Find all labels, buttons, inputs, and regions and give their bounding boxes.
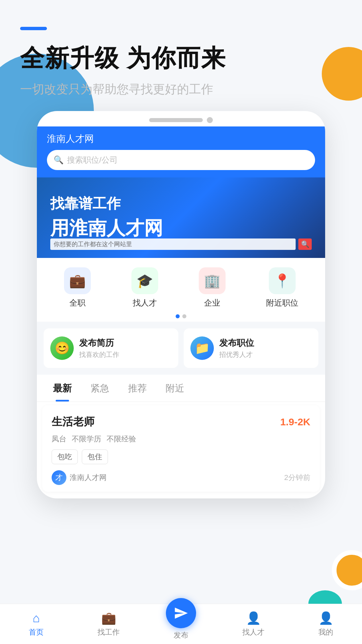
tab-active-indicator — [56, 400, 69, 401]
qiye-label: 企业 — [204, 298, 220, 308]
job-meta: 凤台 不限学历 不限经验 — [52, 434, 310, 444]
banner-search-btn[interactable]: 🔍 — [298, 238, 312, 250]
phone-camera — [207, 117, 213, 123]
app-brand-label: 淮南人才网 — [47, 132, 315, 145]
tab-fujin[interactable]: 附近 — [156, 375, 194, 401]
job-tag-housing: 包住 — [82, 449, 108, 464]
nav-find-job[interactable]: 💼 找工作 — [72, 611, 145, 637]
quanzhi-label: 全职 — [69, 298, 85, 308]
bottom-nav: ⌂ 首页 💼 找工作 发布 👤 找人才 👤 我的 — [0, 604, 362, 644]
nav-find-talent[interactable]: 👤 找人才 — [217, 611, 290, 637]
banner-line1: 找靠谱工作 — [50, 194, 325, 213]
zhaorencai-icon: 🎓 — [131, 267, 158, 294]
hero-title: 全新升级 为你而来 — [20, 42, 342, 74]
qiye-icon: 🏢 — [199, 267, 226, 294]
job-avatar: 📁 — [190, 336, 214, 360]
search-bar[interactable]: 🔍 搜索职位/公司 — [47, 150, 315, 170]
job-card[interactable]: 生活老师 1.9-2K 凤台 不限学历 不限经验 包吃 包住 才 淮南人才网 2… — [42, 405, 320, 492]
banner-image: 找靠谱工作 用淮南人才网 你想要的工作都在这个网站里 🔍 — [37, 177, 325, 258]
category-item-quanzhi[interactable]: 💼 全职 — [64, 267, 91, 308]
publish-button[interactable] — [166, 598, 196, 628]
company-logo: 才 — [52, 470, 66, 485]
tab-tuijian[interactable]: 推荐 — [119, 375, 156, 401]
banner-line2: 用淮南人才网 — [50, 216, 325, 241]
app-header: 淮南人才网 🔍 搜索职位/公司 — [37, 126, 325, 177]
job-education: 不限学历 — [72, 434, 101, 444]
phone-notch-bar — [37, 111, 325, 126]
job-pub-sub: 招优秀人才 — [219, 350, 254, 359]
fujin-icon: 📍 — [269, 267, 296, 294]
job-experience: 不限经验 — [107, 434, 136, 444]
phone-notch — [149, 118, 203, 122]
find-job-icon: 💼 — [101, 611, 116, 625]
banner-url: 你想要的工作都在这个网站里 — [50, 238, 296, 250]
quanzhi-icon: 💼 — [64, 267, 91, 294]
find-talent-label: 找人才 — [242, 627, 264, 637]
company-name: 淮南人才网 — [70, 473, 107, 483]
dash-decoration — [20, 27, 47, 30]
home-icon: ⌂ — [33, 611, 40, 625]
bg-decoration-orange-bottom — [332, 550, 362, 590]
fujin-label: 附近职位 — [266, 298, 298, 308]
category-item-zhaorencai[interactable]: 🎓 找人才 — [131, 267, 158, 308]
job-card-header: 生活老师 1.9-2K — [52, 415, 310, 429]
resume-sub: 找喜欢的工作 — [79, 350, 119, 359]
dot-2 — [182, 314, 186, 318]
tabs-row: 最新 紧急 推荐 附近 — [37, 375, 325, 402]
category-item-qiye[interactable]: 🏢 企业 — [199, 267, 226, 308]
company-info: 才 淮南人才网 — [52, 470, 107, 485]
publish-icon — [174, 606, 188, 621]
job-pub-title: 发布职位 — [219, 337, 254, 349]
home-label: 首页 — [29, 627, 44, 637]
dots-indicator — [44, 314, 318, 318]
mine-icon: 👤 — [318, 611, 334, 625]
job-location: 凤台 — [52, 434, 66, 444]
dot-1 — [176, 314, 180, 318]
job-footer: 才 淮南人才网 2分钟前 — [52, 470, 310, 485]
resume-info: 发布简历 找喜欢的工作 — [79, 337, 119, 359]
post-time: 2分钟前 — [284, 473, 310, 483]
job-tags: 包吃 包住 — [52, 449, 310, 464]
banner-bottom: 你想要的工作都在这个网站里 🔍 — [50, 238, 312, 250]
publish-job-card[interactable]: 📁 发布职位 招优秀人才 — [184, 328, 318, 368]
zhaorencai-label: 找人才 — [133, 298, 157, 308]
find-job-label: 找工作 — [98, 627, 120, 637]
job-info: 发布职位 招优秀人才 — [219, 337, 254, 359]
nav-publish[interactable]: 发布 — [145, 608, 217, 640]
search-icon: 🔍 — [54, 155, 64, 165]
job-tag-meal: 包吃 — [52, 449, 78, 464]
action-cards: 😊 发布简历 找喜欢的工作 📁 发布职位 招优秀人才 — [37, 322, 325, 375]
phone-mockup: 淮南人才网 🔍 搜索职位/公司 找靠谱工作 用淮南人才网 你想要的工作都在这个网… — [37, 111, 325, 498]
publish-resume-card[interactable]: 😊 发布简历 找喜欢的工作 — [44, 328, 178, 368]
resume-avatar: 😊 — [50, 336, 74, 360]
hero-subtitle: 一切改变只为帮助您寻找更好的工作 — [20, 81, 342, 98]
nav-mine[interactable]: 👤 我的 — [290, 611, 362, 637]
search-placeholder-text: 搜索职位/公司 — [67, 155, 118, 165]
mine-label: 我的 — [318, 627, 333, 637]
job-salary: 1.9-2K — [280, 416, 310, 428]
tab-jiji[interactable]: 紧急 — [81, 375, 119, 401]
category-section: 💼 全职 🎓 找人才 🏢 企业 📍 附近职位 — [37, 258, 325, 322]
category-item-fujin[interactable]: 📍 附近职位 — [266, 267, 298, 308]
publish-label: 发布 — [174, 630, 188, 640]
find-talent-icon: 👤 — [246, 611, 261, 625]
hero-section: 全新升级 为你而来 一切改变只为帮助您寻找更好的工作 — [0, 0, 362, 98]
tab-zuixin[interactable]: 最新 — [44, 375, 81, 401]
category-grid: 💼 全职 🎓 找人才 🏢 企业 📍 附近职位 — [44, 267, 318, 308]
resume-title: 发布简历 — [79, 337, 119, 349]
nav-home[interactable]: ⌂ 首页 — [0, 611, 72, 637]
job-title: 生活老师 — [52, 415, 95, 429]
